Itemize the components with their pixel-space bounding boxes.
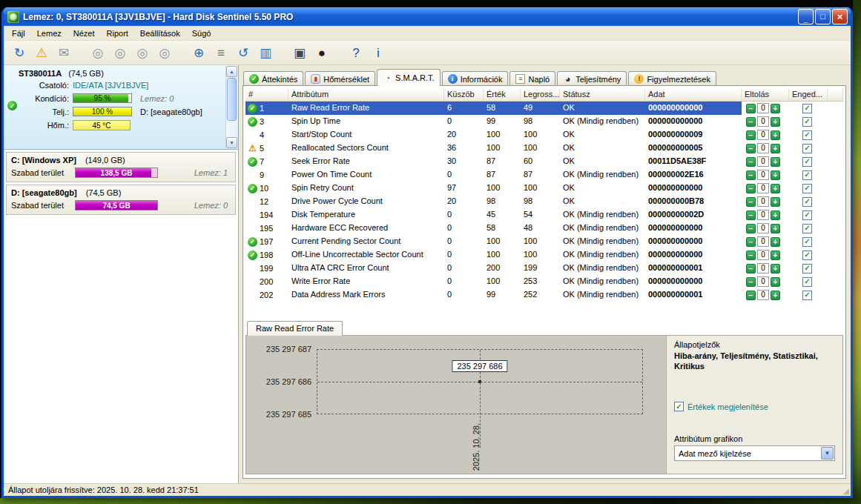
offset-increase-button[interactable]: + [771, 251, 780, 260]
offset-increase-button[interactable]: + [771, 210, 780, 220]
offset-decrease-button[interactable]: − [746, 277, 756, 287]
column-header-2[interactable]: Küszöb [444, 88, 484, 101]
offset-increase-button[interactable]: + [771, 291, 780, 300]
offset-decrease-button[interactable]: − [746, 144, 756, 153]
column-header-5[interactable]: Státusz [560, 88, 645, 101]
enabled-checkbox[interactable]: ✓ [802, 104, 812, 113]
sidebar-scrollbar[interactable]: ▲ ▼ [225, 66, 237, 148]
offset-increase-button[interactable]: + [771, 104, 780, 113]
column-header-6[interactable]: Adat [645, 88, 742, 101]
offset-increase-button[interactable]: + [771, 237, 780, 247]
menu-fajl[interactable]: Fájl [6, 27, 31, 40]
menu-beallitasok[interactable]: Beállítások [134, 27, 186, 40]
smart-table-row[interactable]: ✓198Off-Line Uncorrectable Sector Count0… [245, 248, 843, 262]
smart-table-row[interactable]: ✓197Current Pending Sector Count0100100O… [245, 235, 843, 248]
smart-table-row[interactable]: ⚠5Reallocated Sectors Count36100100OK000… [245, 142, 843, 155]
column-header-7[interactable]: Eltolás [742, 88, 789, 101]
scroll-down-button[interactable]: ▼ [226, 137, 237, 148]
menu-lemez[interactable]: Lemez [31, 27, 67, 40]
offset-increase-button[interactable]: + [771, 157, 780, 167]
graph-tab[interactable]: Raw Read Error Rate [247, 321, 343, 336]
toolbar-help-button[interactable]: ? [346, 43, 366, 62]
offset-increase-button[interactable]: + [771, 224, 780, 233]
offset-decrease-button[interactable]: − [746, 130, 756, 140]
offset-decrease-button[interactable]: − [746, 157, 756, 167]
scrollbar-thumb[interactable] [227, 78, 237, 121]
toolbar-disk-search-button[interactable]: ◎ [155, 43, 174, 62]
offset-decrease-button[interactable]: − [746, 184, 756, 193]
toolbar-disk-remove-button[interactable]: ◎ [110, 43, 130, 62]
volume-panel-c[interactable]: C: [Windows XP](149,0 GB)Szabad terület1… [6, 152, 236, 182]
volume-panel-d[interactable]: D: [seagate80gb](74,5 GB)Szabad terület7… [6, 185, 236, 215]
offset-decrease-button[interactable]: − [746, 251, 756, 260]
toolbar-online-button[interactable]: ⊕ [189, 43, 208, 62]
toolbar-refresh-button[interactable]: ↻ [10, 43, 29, 62]
graph-mode-dropdown[interactable]: Adat mező kijelzése ▼ [674, 445, 835, 461]
smart-table-row[interactable]: 9Power On Time Count08787OK (Mindig rend… [245, 168, 843, 182]
menu-nezet[interactable]: Nézet [67, 27, 101, 40]
enabled-checkbox[interactable]: ✓ [802, 130, 812, 140]
resize-grip[interactable]: ◢ [843, 487, 849, 495]
offset-increase-button[interactable]: + [771, 117, 780, 127]
smart-table-row[interactable]: 199Ultra ATA CRC Error Count0200199OK (M… [245, 262, 843, 275]
enabled-checkbox[interactable]: ✓ [802, 157, 812, 167]
smart-table-row[interactable]: 12Drive Power Cycle Count209898OK0000000… [245, 195, 843, 208]
enabled-checkbox[interactable]: ✓ [802, 184, 812, 193]
toolbar-disk-list-button[interactable]: ▥ [256, 43, 275, 62]
enabled-checkbox[interactable]: ✓ [802, 264, 812, 273]
tab-figyelmeztetesek[interactable]: !Figyelmeztetések [628, 71, 716, 86]
offset-decrease-button[interactable]: − [746, 291, 756, 300]
offset-decrease-button[interactable]: − [746, 104, 756, 113]
enabled-checkbox[interactable]: ✓ [802, 144, 812, 153]
offset-decrease-button[interactable]: − [746, 224, 756, 233]
column-header-0[interactable]: # [245, 88, 288, 101]
scrollbar-track[interactable] [226, 122, 237, 137]
toolbar-send-message-button[interactable]: ✉ [54, 43, 73, 62]
smart-table-row[interactable]: ✓10Spin Retry Count97100100OK00000000000… [245, 182, 843, 195]
dropdown-button[interactable]: ▼ [821, 447, 834, 460]
offset-increase-button[interactable]: + [771, 170, 780, 180]
toolbar-refresh-disk-button[interactable]: ↺ [234, 43, 253, 62]
enabled-checkbox[interactable]: ✓ [802, 237, 812, 247]
smart-table-row[interactable]: ✓1Raw Read Error Rate65849OK000000000000… [245, 102, 843, 115]
title-bar[interactable]: Lemez: 0, ST380011A [3JV1BJVE] - Hard Di… [4, 7, 851, 26]
disk-info-panel[interactable]: ST380011A (74,5 GB) Csatoló: IDE/ATA [3J… [4, 65, 238, 150]
tab-teljesitmeny[interactable]: ◕Teljesítmény [557, 71, 627, 86]
offset-increase-button[interactable]: + [771, 184, 780, 193]
enabled-checkbox[interactable]: ✓ [802, 197, 812, 207]
offset-increase-button[interactable]: + [771, 277, 780, 287]
minimize-button[interactable]: _ [798, 9, 814, 24]
smart-table-row[interactable]: 200Write Error Rate0100253OK (Mindig ren… [245, 275, 843, 288]
toolbar-disk-eject-button[interactable]: ◎ [133, 43, 152, 62]
menu-riport[interactable]: Riport [101, 27, 134, 40]
tab-homerseklet[interactable]: ▮Hőmérséklet [305, 71, 375, 86]
smart-table-row[interactable]: ✓7Seek Error Rate308760OK00011D5AE38F−0+… [245, 155, 843, 168]
enabled-checkbox[interactable]: ✓ [802, 277, 812, 287]
smart-table-row[interactable]: 195Hardware ECC Recovered05848OK (Mindig… [245, 222, 843, 235]
smart-table-row[interactable]: 194Disk Temperature04554OK (Mindig rendb… [245, 208, 843, 222]
offset-decrease-button[interactable]: − [746, 197, 756, 207]
offset-increase-button[interactable]: + [771, 264, 780, 273]
offset-increase-button[interactable]: + [771, 130, 780, 140]
smart-table-row[interactable]: 4Start/Stop Count20100100OK000000000009−… [245, 128, 843, 142]
toolbar-problem-check-button[interactable]: ⚠ [32, 43, 51, 62]
tab-informaciok[interactable]: iInformációk [442, 71, 509, 86]
toolbar-screenshot-button[interactable]: ▣ [290, 43, 309, 62]
maximize-button[interactable]: □ [815, 9, 831, 24]
enabled-checkbox[interactable]: ✓ [802, 251, 812, 260]
menu-sugo[interactable]: Súgó [186, 27, 217, 40]
offset-decrease-button[interactable]: − [746, 117, 756, 127]
toolbar-report-button[interactable]: ≡ [211, 43, 231, 62]
tab-smart[interactable]: ◔S.M.A.R.T. [377, 69, 441, 86]
offset-increase-button[interactable]: + [771, 197, 780, 207]
column-header-4[interactable]: Legross... [521, 88, 560, 101]
column-header-3[interactable]: Érték [484, 88, 521, 101]
offset-decrease-button[interactable]: − [746, 210, 756, 220]
show-values-checkbox[interactable]: ✓ [674, 402, 684, 411]
toolbar-disc-button[interactable]: ● [312, 43, 331, 62]
close-button[interactable]: × [832, 9, 848, 24]
tab-attekintes[interactable]: ✓Áttekintés [243, 71, 303, 86]
toolbar-info-button[interactable]: i [369, 43, 388, 62]
enabled-checkbox[interactable]: ✓ [802, 117, 812, 127]
offset-decrease-button[interactable]: − [746, 170, 756, 180]
